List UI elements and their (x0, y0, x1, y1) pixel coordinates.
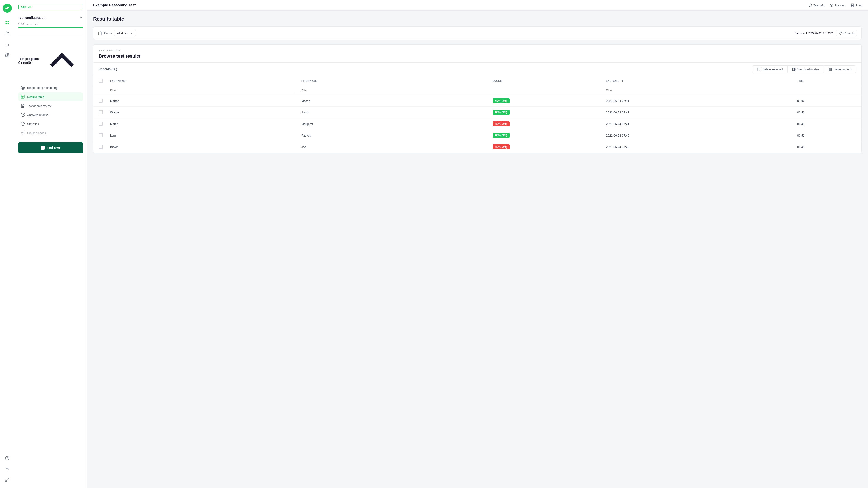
status-badge: ACTIVE (18, 4, 83, 9)
help-icon[interactable] (3, 454, 12, 463)
first-name-filter-cell[interactable] (298, 86, 489, 95)
expand-icon[interactable] (3, 475, 12, 484)
svg-rect-31 (792, 68, 795, 70)
settings-icon[interactable] (3, 51, 12, 60)
row-time: 00:49 (794, 141, 862, 153)
score-header[interactable]: SCORE (489, 76, 602, 86)
table-row: Morton Mason 60% (3/5) 2021-06-24 07:41 … (93, 95, 862, 107)
table-header-row: LAST NAME FIRST NAME SCORE END DATE ▼ (93, 76, 862, 86)
dates-label: Dates (104, 31, 112, 35)
row-checkbox[interactable] (99, 145, 103, 149)
row-time: 00:52 (794, 130, 862, 141)
last-name-filter-cell[interactable] (106, 86, 298, 95)
preview-label: Preview (835, 4, 845, 7)
sidebar-item-unused-codes[interactable]: Unused codes (18, 129, 83, 137)
end-date-filter-cell[interactable] (602, 86, 794, 95)
row-first-name: Joe (298, 141, 489, 153)
send-certificates-label: Send certificates (798, 68, 819, 71)
sidebar-item-label: Results table (27, 95, 44, 98)
row-score: 40% (2/5) (489, 118, 602, 130)
row-checkbox[interactable] (99, 122, 103, 126)
top-bar-actions: Test info Preview Print (809, 3, 862, 7)
preview-action[interactable]: Preview (830, 3, 845, 7)
check-circle-icon (21, 113, 25, 117)
row-checkbox-cell[interactable] (93, 141, 106, 153)
users-icon[interactable] (3, 29, 12, 38)
calendar-icon (98, 31, 102, 35)
row-last-name: Morton (106, 95, 298, 107)
delete-selected-button[interactable]: Delete selected (752, 65, 787, 73)
sort-icon: ▼ (621, 80, 624, 82)
icon-bar (0, 0, 14, 488)
sidebar-item-respondent-monitoring[interactable]: Respondent monitoring (18, 83, 83, 92)
table-toolbar: Records (30) Delete selected Send certif… (93, 62, 862, 76)
filter-right: Data as of 2022-07-20 12:02:39 Refresh (795, 30, 857, 36)
row-last-name: Martin (106, 118, 298, 130)
end-date-header[interactable]: END DATE ▼ (602, 76, 794, 86)
stop-icon (41, 146, 44, 150)
row-checkbox[interactable] (99, 110, 103, 114)
row-time: 01:00 (794, 95, 862, 107)
grid-icon[interactable] (3, 18, 12, 27)
row-score: 60% (3/5) (489, 130, 602, 141)
app-logo[interactable] (3, 4, 12, 13)
dates-value: All dates (117, 31, 128, 35)
chevron-up-icon2[interactable] (41, 39, 83, 82)
print-action[interactable]: Print (850, 3, 862, 7)
monitor-icon (21, 86, 25, 90)
row-checkbox-cell[interactable] (93, 95, 106, 107)
row-checkbox-cell[interactable] (93, 130, 106, 141)
end-test-button[interactable]: End test (18, 142, 83, 153)
row-end-date: 2021-06-24 07:41 (602, 118, 794, 130)
row-checkbox-cell[interactable] (93, 118, 106, 130)
back-icon[interactable] (3, 464, 12, 474)
row-end-date: 2021-06-24 07:41 (602, 107, 794, 118)
row-checkbox[interactable] (99, 133, 103, 137)
row-last-name: Wilson (106, 107, 298, 118)
first-name-filter-input[interactable] (301, 88, 485, 93)
test-progress-section-header: Test progress & results (18, 38, 83, 83)
sidebar-item-results-table[interactable]: Results table (18, 92, 83, 101)
svg-point-4 (6, 32, 7, 33)
refresh-button[interactable]: Refresh (836, 30, 857, 36)
row-first-name: Jacob (298, 107, 489, 118)
certificate-icon (792, 67, 796, 71)
chevron-up-icon (79, 16, 83, 20)
analytics-icon[interactable] (3, 40, 12, 49)
progress-bar-fill (18, 27, 83, 29)
select-all-header[interactable] (93, 76, 106, 86)
data-as-of-value: 2022-07-20 12:02:39 (808, 32, 833, 35)
test-info-action[interactable]: Test info (809, 3, 825, 7)
table-row: Lam Patricia 60% (3/5) 2021-06-24 07:40 … (93, 130, 862, 141)
progress-label: 100% completed (18, 23, 83, 26)
sidebar-item-answers-review[interactable]: Answers review (18, 111, 83, 119)
svg-rect-3 (7, 23, 9, 24)
progress-bar-background (18, 27, 83, 29)
sidebar-item-label: Unused codes (27, 131, 46, 135)
last-name-header[interactable]: LAST NAME (106, 76, 298, 86)
row-checkbox[interactable] (99, 98, 103, 102)
send-certificates-button[interactable]: Send certificates (787, 65, 824, 73)
svg-point-8 (6, 55, 8, 56)
sidebar-item-label: Statistics (27, 122, 39, 126)
refresh-icon (839, 32, 842, 35)
last-name-filter-input[interactable] (110, 88, 294, 93)
select-all-checkbox[interactable] (99, 79, 103, 83)
sidebar-item-statistics[interactable]: Statistics (18, 120, 83, 128)
dates-dropdown[interactable]: All dates (114, 30, 136, 36)
print-label: Print (856, 4, 862, 7)
table-content-button[interactable]: Table content (824, 65, 856, 73)
sidebar-item-test-sheets-review[interactable]: Test sheets review (18, 101, 83, 110)
row-last-name: Brown (106, 141, 298, 153)
table-row: Wilson Jacob 60% (3/5) 2021-06-24 07:41 … (93, 107, 862, 118)
sidebar-item-label: Respondent monitoring (27, 86, 57, 90)
content-area: Results table Dates All dates Data as of (87, 11, 868, 488)
end-date-filter-input[interactable] (606, 88, 790, 93)
test-info-label: Test info (813, 4, 825, 7)
row-checkbox-cell[interactable] (93, 107, 106, 118)
pie-chart-icon (21, 122, 25, 126)
time-header[interactable]: TIME (794, 76, 862, 86)
svg-rect-27 (98, 32, 101, 35)
first-name-header[interactable]: FIRST NAME (298, 76, 489, 86)
test-config-section[interactable]: Test configuration (18, 14, 83, 21)
